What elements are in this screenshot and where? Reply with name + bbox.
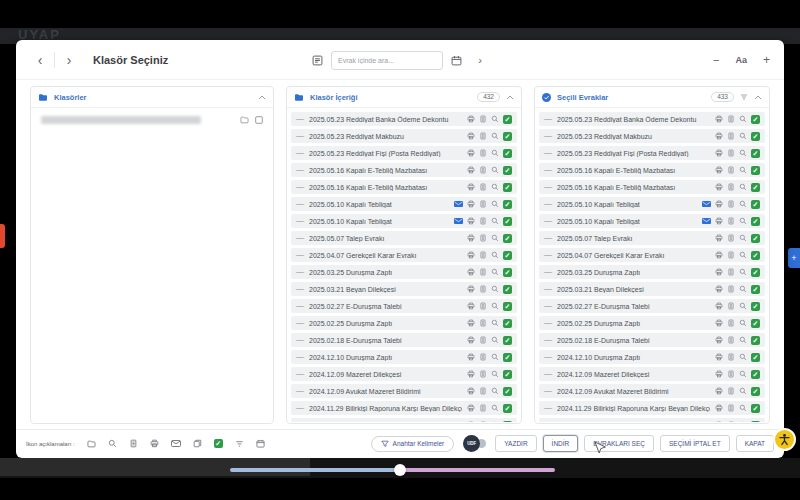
selected-checkbox[interactable]: ✓ (503, 183, 512, 192)
search-icon[interactable] (739, 387, 747, 395)
selected-checkbox[interactable]: ✓ (751, 353, 760, 362)
print-icon[interactable] (715, 115, 723, 123)
print-icon[interactable] (715, 149, 723, 157)
document-row[interactable]: — 2024.12.09 Mazeret Dilekçesi (539, 367, 765, 381)
selected-checkbox[interactable]: ✓ (503, 319, 512, 328)
document-copy-icon[interactable] (727, 404, 735, 412)
search-icon[interactable] (739, 200, 747, 208)
selected-checkbox[interactable]: ✓ (751, 336, 760, 345)
back-button[interactable]: ‹ (30, 53, 50, 67)
document-copy-icon[interactable] (479, 336, 487, 344)
print-icon[interactable] (467, 251, 475, 259)
document-copy-icon[interactable] (479, 404, 487, 412)
document-row[interactable]: — 2025.02.27 E-Duruşma Talebi (291, 299, 517, 313)
video-progress-remaining[interactable] (400, 468, 555, 472)
document-copy-icon[interactable] (479, 387, 487, 395)
document-row[interactable]: — 2025.02.27 E-Duruşma Talebi (539, 299, 765, 313)
document-row[interactable]: — 2025.02.18 E-Duruşma Talebi (539, 333, 765, 347)
document-copy-icon[interactable] (479, 149, 487, 157)
selected-checkbox[interactable]: ✓ (751, 302, 760, 311)
document-row[interactable]: — 2025.04.07 Gerekçeli Karar Evrakı (291, 248, 517, 262)
document-row[interactable]: — 2025.05.23 Reddiyat Fişi (Posta Reddiy… (291, 146, 517, 160)
accessibility-widget-button[interactable] (773, 428, 796, 451)
selected-checkbox[interactable]: ✓ (503, 115, 512, 124)
print-button[interactable]: YAZDIR (495, 435, 536, 452)
print-icon[interactable] (715, 404, 723, 412)
search-icon[interactable] (739, 149, 747, 157)
document-row[interactable]: — 2024.12.09 Mazeret Dilekçesi (291, 367, 517, 381)
video-progress-handle[interactable] (394, 464, 406, 476)
search-icon[interactable] (739, 217, 747, 225)
document-copy-icon[interactable] (727, 183, 735, 191)
print-icon[interactable] (467, 149, 475, 157)
collapse-chevron-icon[interactable] (754, 95, 762, 100)
left-edge-red-tab[interactable] (0, 224, 5, 248)
selected-checkbox[interactable]: ✓ (751, 404, 760, 413)
document-row[interactable]: — 2025.05.16 Kapalı E-Tebliğ Mazbatası (539, 163, 765, 177)
document-copy-icon[interactable] (479, 183, 487, 191)
download-button[interactable]: İNDİR (543, 435, 579, 452)
document-copy-icon[interactable] (479, 268, 487, 276)
selected-checkbox[interactable]: ✓ (751, 149, 760, 158)
selected-checkbox[interactable]: ✓ (503, 404, 512, 413)
document-row[interactable]: — 2025.03.21 Beyan Dilekçesi (291, 282, 517, 296)
print-icon[interactable] (467, 115, 475, 123)
document-copy-icon[interactable] (727, 421, 735, 422)
search-icon[interactable] (491, 404, 499, 412)
search-icon[interactable] (491, 149, 499, 157)
document-copy-icon[interactable] (727, 302, 735, 310)
document-copy-icon[interactable] (727, 251, 735, 259)
selected-checkbox[interactable]: ✓ (503, 149, 512, 158)
document-copy-icon[interactable] (479, 166, 487, 174)
folder-select-checkbox[interactable] (255, 116, 263, 124)
document-copy-icon[interactable] (479, 302, 487, 310)
calendar-icon[interactable] (451, 55, 462, 66)
print-icon[interactable] (715, 319, 723, 327)
document-copy-icon[interactable] (727, 319, 735, 327)
document-copy-icon[interactable] (727, 132, 735, 140)
print-icon[interactable] (715, 268, 723, 276)
document-row[interactable]: — 2025.05.16 Kapalı E-Tebliğ Mazbatası (291, 180, 517, 194)
open-folder-icon[interactable] (240, 116, 249, 124)
search-icon[interactable] (739, 302, 747, 310)
selected-checkbox[interactable]: ✓ (751, 166, 760, 175)
document-copy-icon[interactable] (727, 217, 735, 225)
document-row[interactable]: — 2024.12.09 Avukat Mazeret Bildirimi (291, 384, 517, 398)
selected-checkbox[interactable]: ✓ (751, 421, 760, 423)
document-copy-icon[interactable] (727, 166, 735, 174)
search-icon[interactable] (739, 234, 747, 242)
document-copy-icon[interactable] (479, 370, 487, 378)
print-icon[interactable] (715, 183, 723, 191)
advanced-search-icon[interactable] (312, 55, 323, 66)
document-row[interactable]: — 2025.05.23 Reddiyat Banka Ödeme Dekont… (291, 112, 517, 126)
selected-checkbox[interactable]: ✓ (751, 370, 760, 379)
document-row[interactable]: — 2025.05.23 Reddiyat Fişi (Posta Reddiy… (539, 146, 765, 160)
document-copy-icon[interactable] (479, 200, 487, 208)
document-row[interactable]: — 2025.05.23 Reddiyat Banka Ödeme Dekont… (539, 112, 765, 126)
selected-checkbox[interactable]: ✓ (503, 234, 512, 243)
selected-checkbox[interactable]: ✓ (503, 200, 512, 209)
search-icon[interactable] (491, 132, 499, 140)
print-icon[interactable] (467, 234, 475, 242)
document-row[interactable]: — 2025.05.16 Kapalı E-Tebliğ Mazbatası (539, 180, 765, 194)
document-row[interactable]: — 2025.05.07 Talep Evrakı (539, 231, 765, 245)
selected-checkbox[interactable]: ✓ (751, 319, 760, 328)
document-copy-icon[interactable] (479, 115, 487, 123)
print-icon[interactable] (715, 132, 723, 140)
print-icon[interactable] (467, 319, 475, 327)
print-icon[interactable] (715, 387, 723, 395)
print-icon[interactable] (715, 370, 723, 378)
search-icon[interactable] (491, 370, 499, 378)
document-row[interactable]: — 2024.11.25 E-Tebliğ Mazbatası (291, 418, 517, 422)
selected-checkbox[interactable]: ✓ (503, 302, 512, 311)
selected-checkbox[interactable]: ✓ (751, 387, 760, 396)
selected-checkbox[interactable]: ✓ (503, 370, 512, 379)
print-icon[interactable] (715, 421, 723, 422)
document-row[interactable]: — 2025.03.21 Beyan Dilekçesi (539, 282, 765, 296)
print-icon[interactable] (467, 370, 475, 378)
document-row[interactable]: — 2025.03.25 Duruşma Zaptı (291, 265, 517, 279)
right-edge-feedback-tab[interactable]: + (788, 248, 800, 268)
document-copy-icon[interactable] (727, 336, 735, 344)
search-icon[interactable] (491, 183, 499, 191)
search-icon[interactable] (491, 421, 499, 422)
